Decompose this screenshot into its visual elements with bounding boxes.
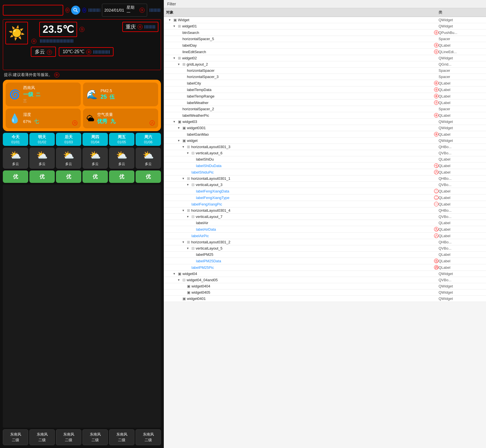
tree-row[interactable]: ⊟ verticalLayout_6 QVBo...: [164, 150, 486, 156]
forecast-day-1[interactable]: 明天01/02: [29, 133, 55, 146]
tree-row[interactable]: ▣ widget0401 QWidget: [164, 296, 486, 302]
date-area: 2024/01/01 星期一 ③: [102, 4, 147, 17]
search-button[interactable]: [71, 5, 80, 16]
air-quality-btn-1[interactable]: 优: [29, 170, 55, 183]
tree-row[interactable]: labelPM25 QLabel: [164, 252, 486, 258]
col-obj: labelTempRange ⑧: [166, 94, 439, 98]
col-obj: ▣ widget: [166, 138, 439, 143]
node-label: horizontalLayout0301_3: [191, 145, 439, 149]
col-class: QWidget: [439, 24, 484, 28]
humidity-value: 67% 七: [23, 118, 69, 125]
air-quality-btn-3[interactable]: 优: [82, 170, 108, 183]
tree-row[interactable]: labelCity ⑥ QLabel: [164, 80, 486, 86]
tree-row[interactable]: ▣ widget0301 QWidget: [164, 125, 486, 131]
search-input[interactable]: [3, 5, 63, 16]
tree-row[interactable]: ▣ widget0405 QWidget: [164, 289, 486, 296]
forecast-day-0[interactable]: 今天01/01: [3, 133, 28, 146]
tree-row[interactable]: ▣ Widget QWidget: [164, 17, 486, 23]
tree-row[interactable]: ⊞ gridLayout_2 QGrid...: [164, 61, 486, 68]
circle-3: ③: [140, 8, 144, 13]
humidity-icon: 💧: [9, 113, 20, 124]
node-label: labelShiDuData: [196, 164, 432, 168]
col-class: QLabel: [439, 164, 484, 168]
air-quality-btn-0[interactable]: 优: [3, 170, 28, 183]
tree-row[interactable]: labelFengXiangType 二 QLabel: [164, 194, 486, 201]
col-class: QLabel: [439, 132, 484, 137]
temp-value: 23.5℃: [39, 22, 77, 37]
node-label: labelFengXiangData: [196, 189, 432, 193]
node-label: labelAirData: [196, 227, 432, 231]
tree-row[interactable]: ⊞ horizontalLayout0301_1 QHBo...: [164, 176, 486, 182]
tree-row[interactable]: ⊟ verticalLayout_5 QVBo...: [164, 245, 486, 252]
tree-row[interactable]: labelAir QLabel: [164, 220, 486, 226]
tree-row[interactable]: labelShiDuData 七 QLabel: [164, 163, 486, 169]
badge: 八: [434, 233, 439, 238]
tree-row[interactable]: labelWeatherPic ④ QLabel: [164, 112, 486, 119]
node-label: widget: [187, 138, 439, 143]
tree-row[interactable]: ▣ widget0404 QWidget: [164, 283, 486, 289]
tree-row[interactable]: lineEditSearch ① QLineEdi...: [164, 49, 486, 55]
tree-row[interactable]: ⊟ verticalLayout_3 QVBo...: [164, 182, 486, 188]
header-col-class: 类: [439, 10, 484, 15]
tree-row[interactable]: horizontalSpacer_5 Spacer: [164, 36, 486, 42]
forecast-day-5[interactable]: 周六01/06: [136, 133, 161, 146]
tree-row[interactable]: ⊞ horizontalLayout0301_3 QHBo...: [164, 144, 486, 150]
tree-row[interactable]: labelAirData 九 QLabel: [164, 226, 486, 233]
node-label: verticalLayout_5: [196, 246, 439, 250]
air-text: 空气质量 优秀 九: [97, 112, 146, 125]
tree-row[interactable]: horizontalSpacer Spacer: [164, 68, 486, 74]
tree-row[interactable]: btnSearch ② QPushBu...: [164, 29, 486, 36]
tree-row[interactable]: ⊟ verticalLayout_7 QVBo...: [164, 214, 486, 220]
circle-8b: 八: [150, 120, 155, 125]
tree-row[interactable]: labelTempRange ⑧ QLabel: [164, 93, 486, 99]
col-class: QLabel: [439, 170, 484, 174]
wind-grade-1: 一级 二: [23, 91, 77, 98]
col-class: QHBo...: [439, 176, 484, 181]
tree-row[interactable]: labelFengXiangData 二 QLabel: [164, 188, 486, 194]
tree-row[interactable]: ▣ widget QWidget: [164, 138, 486, 144]
forecast-day-4[interactable]: 周五01/05: [109, 133, 134, 146]
air-quality-btn-4[interactable]: 优: [109, 170, 134, 183]
tree-row[interactable]: horizontalSpacer_3 Spacer: [164, 74, 486, 80]
forecast-days: 今天01/01明天01/02后天01/03周四01/04周五01/05周六01/…: [3, 133, 161, 146]
col-class: QGrid...: [439, 62, 484, 66]
node-label: labelAir: [196, 221, 439, 225]
circle-7: ⑦: [47, 50, 52, 55]
wind-footer-cell-0: 东南风二级: [3, 429, 28, 445]
tree-row[interactable]: ⊞ horizontalLayout0301_4 QHBo...: [164, 207, 486, 214]
forecast-day-2[interactable]: 后天01/03: [56, 133, 81, 146]
node-label: horizontalSpacer_2: [182, 107, 439, 111]
tree-row[interactable]: labelAirPic 八 QLabel: [164, 233, 486, 239]
tree-row[interactable]: labelWeather ⑦ QLabel: [164, 99, 486, 106]
tree-row[interactable]: labelPM25Pic 四 QLabel: [164, 264, 486, 271]
col-obj: labelCity ⑥: [166, 81, 439, 85]
tree-row[interactable]: ▣ widget04 QWidget: [164, 271, 486, 277]
air-quality-btn-5[interactable]: 优: [136, 170, 161, 183]
tree-row[interactable]: labelGanMao ⑨ QLabel: [164, 131, 486, 138]
col-class: Spacer: [439, 37, 484, 41]
col-obj: labelAirData 九: [166, 227, 439, 231]
node-label: btnSearch: [182, 31, 432, 35]
tree-row[interactable]: labelShiDu QLabel: [164, 156, 486, 163]
tree-row[interactable]: labelDay ③ QLabel: [164, 42, 486, 49]
wavy-line-5: [93, 50, 110, 54]
col-obj: ⊞ horizontalLayout0301_1: [166, 176, 439, 181]
pm25-label: PM2.5: [101, 88, 155, 93]
tree-row[interactable]: ⊞ widget02 QWidget: [164, 55, 486, 61]
tree-row[interactable]: ⊞ widget01 QWidget: [164, 23, 486, 29]
tree-row[interactable]: labelFengXiangPic 一 QLabel: [164, 201, 486, 207]
tree-row[interactable]: labelTempData ⑤ QLabel: [164, 86, 486, 93]
tree-row[interactable]: ⊞ horizontalLayout0301_2 QHBo...: [164, 239, 486, 245]
tree-row[interactable]: ⊟ widget04_04and05 QVBo...: [164, 277, 486, 283]
tree-row[interactable]: horizontalSpacer_2 Spacer: [164, 106, 486, 112]
tree-row[interactable]: labelShiduPic 六 QLabel: [164, 169, 486, 176]
col-obj: ▣ widget0301: [166, 126, 439, 130]
node-label: verticalLayout_6: [196, 151, 439, 155]
col-class: Spacer: [439, 68, 484, 73]
node-label: horizontalLayout0301_2: [191, 240, 439, 244]
tree-row[interactable]: ▣ widget03 QWidget: [164, 119, 486, 125]
forecast-day-3[interactable]: 周四01/04: [82, 133, 108, 146]
air-quality-btn-2[interactable]: 优: [56, 170, 81, 183]
tree-row[interactable]: labelPM25Data 伍 QLabel: [164, 258, 486, 264]
col-class: QVBo...: [439, 246, 484, 250]
